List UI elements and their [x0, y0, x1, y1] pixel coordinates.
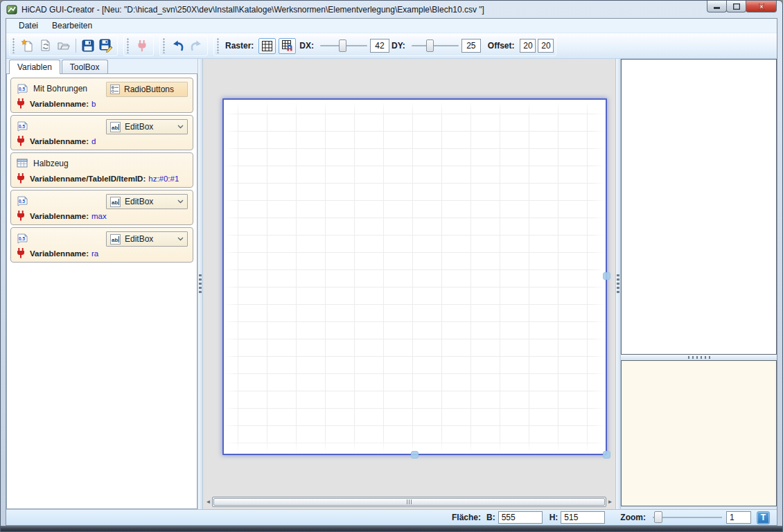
- app-icon: [6, 4, 17, 15]
- svg-text:0.5: 0.5: [19, 123, 25, 128]
- toolbar-grip[interactable]: [127, 38, 130, 53]
- variable-card-ra[interactable]: 0.5 ab EditBox: [10, 227, 193, 263]
- grid-snap-icon: [282, 40, 293, 51]
- splitter-grip[interactable]: [688, 356, 710, 359]
- var-name-label: Variablenname:: [30, 137, 89, 145]
- grid-snap-toggle-button[interactable]: [279, 38, 296, 54]
- maximize-button[interactable]: [726, 1, 746, 12]
- main-area: Variablen ToolBox 0.5: [6, 59, 777, 509]
- dx-slider-thumb[interactable]: [339, 39, 346, 52]
- scroll-left-arrow[interactable]: ◄: [204, 497, 212, 507]
- resize-handle-bottom[interactable]: [411, 451, 419, 459]
- tab-toolbox[interactable]: ToolBox: [62, 60, 108, 73]
- text-mode-button[interactable]: T: [757, 511, 770, 524]
- scroll-right-arrow[interactable]: ►: [606, 497, 614, 507]
- new-file-button[interactable]: [19, 37, 37, 55]
- design-canvas[interactable]: ◄ ►: [203, 59, 615, 509]
- value-note-icon: 0.5: [17, 121, 28, 132]
- redo-button[interactable]: [187, 37, 205, 55]
- scrollbar-thumb[interactable]: [213, 498, 605, 506]
- menu-bar: Datei Bearbeiten: [6, 19, 777, 33]
- close-button[interactable]: [746, 1, 777, 12]
- chevron-down-icon: [177, 125, 184, 129]
- app-window: HiCAD GUI-Creator - [Neu: "D:\hicad_svn\…: [0, 0, 783, 532]
- var-name-label: Variablenname:: [30, 212, 89, 220]
- variable-card-b[interactable]: 0.5 Mit Bohrungen: [10, 78, 193, 113]
- zoom-slider-thumb[interactable]: [654, 511, 662, 523]
- h-label: H:: [549, 513, 558, 522]
- form-surface[interactable]: [222, 98, 607, 455]
- control-type-label: RadioButtons: [124, 85, 174, 94]
- variable-caption: Mit Bohrungen: [33, 84, 87, 94]
- dy-slider[interactable]: [412, 39, 459, 53]
- control-type-label: EditBox: [125, 234, 153, 244]
- plug-icon: [17, 98, 25, 109]
- open-folder-button[interactable]: [55, 37, 73, 55]
- offset-y-field[interactable]: [538, 39, 554, 53]
- var-name-label: Variablenname:: [30, 100, 89, 108]
- toolbar-grip[interactable]: [217, 38, 220, 53]
- toolbar-grip[interactable]: [163, 38, 166, 53]
- value-note-icon: 0.5: [17, 195, 28, 207]
- tab-toolbox-label: ToolBox: [70, 62, 100, 72]
- preview-panel[interactable]: [621, 360, 777, 506]
- plug-icon: [17, 173, 25, 184]
- table-icon: [17, 159, 28, 169]
- redo-icon: [189, 39, 203, 52]
- right-horizontal-splitter[interactable]: [621, 355, 777, 360]
- splitter-grip[interactable]: [617, 274, 619, 294]
- resize-handle-corner[interactable]: [603, 451, 610, 459]
- new-file-icon: [21, 39, 35, 53]
- dy-slider-thumb[interactable]: [426, 39, 434, 52]
- zoom-slider[interactable]: [653, 511, 722, 524]
- save-as-button[interactable]: [97, 37, 115, 55]
- toolbar-group-edit: [159, 35, 208, 56]
- maximize-icon: [733, 3, 740, 10]
- var-name-value: ra: [91, 249, 98, 258]
- tab-variablen-label: Variablen: [17, 62, 52, 72]
- dx-slider[interactable]: [320, 39, 367, 53]
- dx-value-field[interactable]: [370, 39, 389, 53]
- editbox-icon: ab: [110, 122, 121, 132]
- raster-label: Raster:: [225, 41, 254, 51]
- save-button[interactable]: [79, 37, 97, 55]
- right-splitter[interactable]: [615, 59, 621, 509]
- svg-text:ab: ab: [112, 125, 118, 131]
- scrollbar-track[interactable]: [212, 497, 606, 507]
- connect-plug-button[interactable]: [133, 37, 151, 55]
- editbox-dropdown[interactable]: ab EditBox: [106, 194, 188, 209]
- save-as-icon: [99, 39, 113, 53]
- value-note-icon: 0.5: [17, 83, 28, 95]
- editbox-dropdown[interactable]: ab EditBox: [106, 231, 188, 247]
- editbox-dropdown[interactable]: ab EditBox: [106, 119, 188, 134]
- grid-toggle-button[interactable]: [258, 38, 276, 54]
- variable-card-max[interactable]: 0.5 ab EditBox: [10, 190, 193, 225]
- plug-icon: [17, 136, 25, 146]
- toolbar-grip[interactable]: [12, 38, 15, 53]
- width-field[interactable]: [498, 511, 543, 524]
- dy-slider-groove[interactable]: [412, 45, 459, 46]
- variable-card-hz[interactable]: Halbzeug Variablenname/TableID/ItemID: h…: [10, 152, 193, 188]
- status-bar: Fläche: B: H: Zoom: T: [6, 509, 777, 525]
- reload-file-button[interactable]: [37, 37, 55, 55]
- dy-value-field[interactable]: [461, 39, 481, 53]
- menu-bearbeiten[interactable]: Bearbeiten: [45, 19, 99, 32]
- control-type-label: EditBox: [125, 122, 153, 132]
- resize-handle-right[interactable]: [603, 272, 610, 280]
- menu-datei[interactable]: Datei: [12, 19, 45, 32]
- zoom-value-field[interactable]: [726, 511, 751, 524]
- left-splitter[interactable]: [197, 59, 203, 509]
- height-field[interactable]: [561, 511, 605, 524]
- offset-x-field[interactable]: [520, 39, 536, 53]
- tab-variablen[interactable]: Variablen: [9, 60, 60, 74]
- radiobuttons-control[interactable]: RadioButtons: [106, 82, 188, 97]
- var-name-value: max: [91, 212, 107, 220]
- title-bar[interactable]: HiCAD GUI-Creator - [Neu: "D:\hicad_svn\…: [1, 1, 782, 18]
- horizontal-scrollbar[interactable]: ◄ ►: [204, 497, 614, 507]
- zoom-slider-groove[interactable]: [653, 517, 722, 518]
- undo-button[interactable]: [169, 37, 187, 55]
- splitter-grip[interactable]: [199, 274, 202, 294]
- minimize-button[interactable]: [707, 1, 727, 12]
- variable-card-d[interactable]: 0.5 ab EditBox: [10, 115, 193, 150]
- properties-panel[interactable]: [621, 59, 777, 355]
